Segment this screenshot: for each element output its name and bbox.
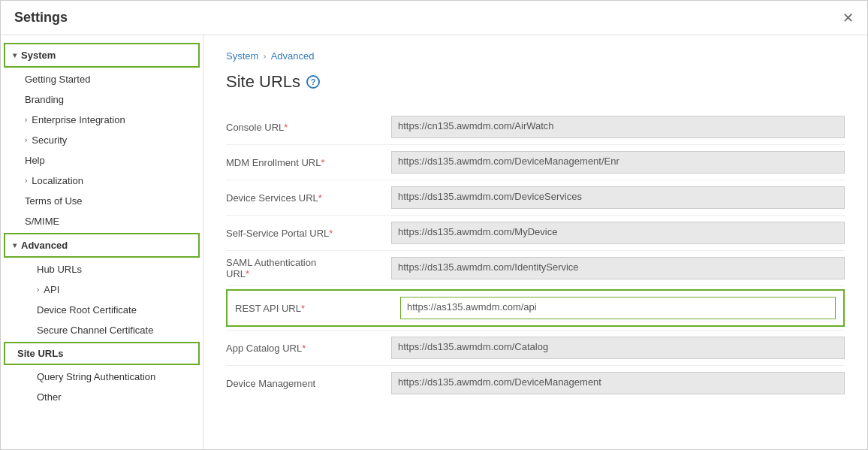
modal-header: Settings ✕ bbox=[1, 1, 867, 35]
sidebar-item-system[interactable]: ▾ System bbox=[4, 43, 200, 68]
sidebar-item-enterprise-integration[interactable]: › Enterprise Integration bbox=[1, 110, 203, 130]
form-row-saml-auth-url: SAML AuthenticationURL* https://ds135.aw… bbox=[226, 251, 845, 285]
form-input-console-url[interactable]: https://cn135.awmdm.com/AirWatch bbox=[391, 116, 845, 138]
form-input-saml-auth-url[interactable]: https://ds135.awmdm.com/IdentityService bbox=[391, 257, 845, 279]
form-row-mdm-enrollment-url: MDM Enrollment URL* https://ds135.awmdm.… bbox=[226, 145, 845, 180]
chevron-icon: ▾ bbox=[13, 51, 17, 59]
chevron-icon: › bbox=[25, 177, 27, 185]
form-input-device-services-url[interactable]: https://ds135.awmdm.com/DeviceServices bbox=[391, 186, 845, 209]
form-label-rest-api-url: REST API URL* bbox=[235, 303, 385, 314]
form-row-app-catalog-url: App Catalog URL* https://ds135.awmdm.com… bbox=[226, 331, 845, 365]
form-label-app-catalog-url: App Catalog URL* bbox=[226, 343, 376, 354]
form-input-self-service-portal-url[interactable]: https://ds135.awmdm.com/MyDevice bbox=[391, 222, 845, 244]
sidebar-item-device-root-certificate[interactable]: Device Root Certificate bbox=[1, 300, 203, 320]
sidebar-item-hub-urls[interactable]: Hub URLs bbox=[1, 259, 203, 279]
form-row-device-services-url: Device Services URL* https://ds135.awmdm… bbox=[226, 180, 845, 215]
close-button[interactable]: ✕ bbox=[842, 11, 854, 25]
form-label-console-url: Console URL* bbox=[226, 122, 376, 133]
form-input-app-catalog-url[interactable]: https://ds135.awmdm.com/Catalog bbox=[391, 337, 845, 359]
sidebar-item-query-string-auth[interactable]: Query String Authentication bbox=[1, 367, 203, 387]
sidebar-item-help[interactable]: Help bbox=[1, 150, 203, 171]
form-label-device-management: Device Management bbox=[226, 378, 376, 389]
sidebar-item-localization[interactable]: › Localization bbox=[1, 171, 203, 191]
form-fields: Console URL* https://cn135.awmdm.com/Air… bbox=[226, 110, 845, 400]
sidebar-item-advanced[interactable]: ▾ Advanced bbox=[4, 233, 200, 258]
sidebar-item-branding[interactable]: Branding bbox=[1, 89, 203, 110]
breadcrumb-advanced[interactable]: Advanced bbox=[271, 50, 315, 62]
chevron-icon: › bbox=[25, 116, 27, 124]
form-input-device-management[interactable]: https://ds135.awmdm.com/DeviceManagement bbox=[391, 372, 845, 394]
form-row-rest-api-url: REST API URL* https://as135.awmdm.com/ap… bbox=[226, 289, 845, 327]
page-title: Site URLs bbox=[226, 72, 300, 92]
settings-modal: Settings ✕ ▾ System Getting Started Bran… bbox=[0, 0, 868, 450]
form-input-rest-api-url[interactable]: https://as135.awmdm.com/api bbox=[400, 297, 836, 319]
breadcrumb-system[interactable]: System bbox=[226, 50, 258, 62]
form-label-saml-auth-url: SAML AuthenticationURL* bbox=[226, 257, 376, 279]
chevron-icon: › bbox=[37, 285, 39, 294]
form-row-self-service-portal-url: Self-Service Portal URL* https://ds135.a… bbox=[226, 216, 845, 250]
form-label-device-services-url: Device Services URL* bbox=[226, 192, 376, 204]
sidebar-item-site-urls[interactable]: Site URLs bbox=[4, 342, 200, 365]
breadcrumb: System › Advanced bbox=[226, 50, 845, 62]
form-label-self-service-portal-url: Self-Service Portal URL* bbox=[226, 228, 376, 239]
sidebar-item-other[interactable]: Other bbox=[1, 387, 203, 407]
chevron-icon: ▾ bbox=[13, 241, 17, 249]
form-label-mdm-enrollment-url: MDM Enrollment URL* bbox=[226, 157, 376, 168]
sidebar-item-terms-of-use[interactable]: Terms of Use bbox=[1, 191, 203, 211]
sidebar-item-api[interactable]: › API bbox=[1, 279, 203, 300]
modal-title: Settings bbox=[14, 10, 68, 26]
sidebar-item-security[interactable]: › Security bbox=[1, 130, 203, 150]
sidebar: ▾ System Getting Started Branding › Ente… bbox=[1, 35, 203, 449]
sidebar-item-secure-channel-certificate[interactable]: Secure Channel Certificate bbox=[1, 320, 203, 340]
form-row-device-management: Device Management https://ds135.awmdm.co… bbox=[226, 366, 845, 400]
main-content: System › Advanced Site URLs ? Console UR… bbox=[203, 35, 867, 449]
form-input-mdm-enrollment-url[interactable]: https://ds135.awmdm.com/DeviceManagement… bbox=[391, 151, 845, 174]
breadcrumb-separator: › bbox=[263, 50, 266, 62]
modal-body: ▾ System Getting Started Branding › Ente… bbox=[1, 35, 867, 449]
sidebar-item-getting-started[interactable]: Getting Started bbox=[1, 69, 203, 89]
page-title-container: Site URLs ? bbox=[226, 72, 845, 92]
chevron-icon: › bbox=[25, 136, 27, 144]
form-row-console-url: Console URL* https://cn135.awmdm.com/Air… bbox=[226, 110, 845, 144]
help-icon[interactable]: ? bbox=[306, 75, 320, 89]
sidebar-item-smime[interactable]: S/MIME bbox=[1, 211, 203, 231]
